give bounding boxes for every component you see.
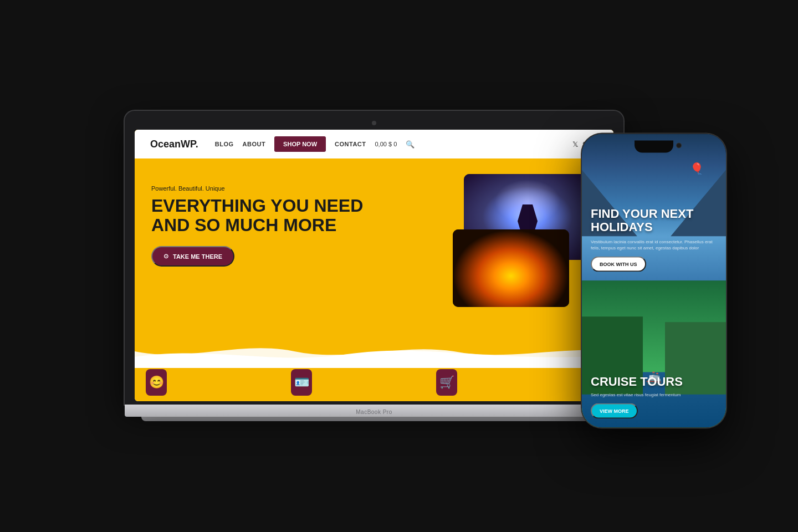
macbook-screen: OceanWP. BLOG ABOUT SHOP NOW CONTACT 0,0…	[135, 130, 613, 401]
phone-screen: 🎈 FIND YOUR NEXT HOLIDAYS Vestibulum lac…	[582, 134, 726, 428]
nav-bar: OceanWP. BLOG ABOUT SHOP NOW CONTACT 0,0…	[135, 130, 613, 158]
holidays-title: FIND YOUR NEXT HOLIDAYS	[591, 207, 717, 234]
view-more-button[interactable]: VIEW MORE	[591, 403, 638, 419]
icon-box-card[interactable]: 🪪	[291, 369, 312, 396]
site-logo[interactable]: OceanWP.	[150, 139, 198, 150]
search-icon[interactable]: 🔍	[406, 140, 415, 149]
smiley-icon: 😊	[149, 375, 164, 390]
hero-cta-button[interactable]: ⊙ TAKE ME THERE	[151, 246, 234, 267]
wave-divider	[135, 340, 613, 368]
twitter-icon[interactable]: 𝕏	[572, 140, 578, 149]
scene: OceanWP. BLOG ABOUT SHOP NOW CONTACT 0,0…	[0, 0, 798, 532]
id-card-icon: 🪪	[294, 375, 309, 390]
phone-holidays-section: 🎈 FIND YOUR NEXT HOLIDAYS Vestibulum lac…	[582, 134, 726, 281]
macbook-camera	[372, 121, 376, 125]
nav-contact[interactable]: CONTACT	[335, 141, 366, 147]
hero-title: EVERYTHING YOU NEED AND SO MUCH MORE	[151, 196, 453, 235]
nav-links: BLOG ABOUT SHOP NOW CONTACT 0,00 $ 0 🔍	[215, 136, 562, 152]
cruise-description: Sed egestas est vitae risus feugiat ferm…	[591, 391, 717, 397]
icon-box-emoji[interactable]: 😊	[146, 369, 167, 396]
phone-camera	[676, 143, 682, 149]
book-with-us-button[interactable]: BOOK WITH US	[591, 257, 646, 272]
cruise-title: CRUISE TOURS	[591, 375, 717, 388]
hero-tagline: Powerful. Beautiful. Unique	[151, 185, 453, 192]
fireworks-background	[453, 229, 569, 307]
macbook-screen-outer: OceanWP. BLOG ABOUT SHOP NOW CONTACT 0,0…	[125, 111, 623, 405]
circle-arrow-icon: ⊙	[163, 253, 168, 260]
nav-cart[interactable]: 0,00 $ 0	[375, 141, 397, 147]
icons-row: 😊 🪪 🛒 🎁	[135, 369, 613, 396]
nav-about[interactable]: ABOUT	[243, 141, 266, 147]
hero-title-line2: AND SO MUCH MORE	[151, 216, 453, 235]
phone-device: 🎈 FIND YOUR NEXT HOLIDAYS Vestibulum lac…	[582, 134, 726, 428]
phone-notch	[635, 141, 673, 153]
balloon-icon: 🎈	[690, 162, 704, 175]
holidays-content: FIND YOUR NEXT HOLIDAYS Vestibulum lacin…	[591, 207, 717, 272]
nav-blog[interactable]: BLOG	[215, 141, 234, 147]
nav-shop-button[interactable]: SHOP NOW	[274, 136, 326, 152]
phone-cruise-section: 🚢 CRUISE TOURS Sed egestas est vitae ris…	[582, 281, 726, 428]
macbook-base	[125, 405, 623, 417]
hero-image-fireworks	[453, 229, 569, 307]
cart-icon: 🛒	[439, 375, 454, 390]
macbook-device: OceanWP. BLOG ABOUT SHOP NOW CONTACT 0,0…	[125, 111, 623, 421]
icon-box-cart[interactable]: 🛒	[436, 369, 457, 396]
cruise-content: CRUISE TOURS Sed egestas est vitae risus…	[591, 375, 717, 418]
website: OceanWP. BLOG ABOUT SHOP NOW CONTACT 0,0…	[135, 130, 613, 401]
holidays-description: Vestibulum lacinia convallis erat id con…	[591, 238, 717, 250]
macbook-foot	[141, 417, 607, 421]
hero-cta-label: TAKE ME THERE	[173, 253, 222, 260]
hero-title-line1: EVERYTHING YOU NEED	[151, 196, 453, 216]
